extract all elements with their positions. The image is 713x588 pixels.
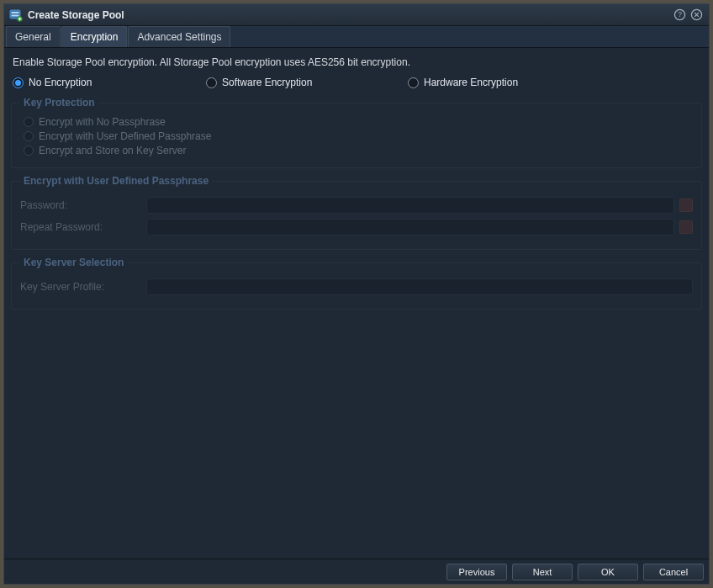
tab-encryption[interactable]: Encryption <box>61 26 128 47</box>
encryption-mode-radio-group: No Encryption Software Encryption Hardwa… <box>13 77 702 88</box>
svg-rect-1 <box>12 12 19 13</box>
radio-hardware-encryption[interactable]: Hardware Encryption <box>408 77 568 88</box>
password-row: Password: <box>20 197 693 214</box>
radio-icon <box>206 77 217 88</box>
radio-no-passphrase[interactable]: Encrypt with No Passphrase <box>24 116 693 128</box>
passphrase-group: Encrypt with User Defined Passphrase Pas… <box>11 175 702 250</box>
radio-no-encryption[interactable]: No Encryption <box>13 77 172 88</box>
key-protection-legend: Key Protection <box>20 97 98 109</box>
passphrase-legend: Encrypt with User Defined Passphrase <box>20 175 212 187</box>
radio-user-passphrase[interactable]: Encrypt with User Defined Passphrase <box>24 130 693 142</box>
dialog-body: Enable Storage Pool encryption. All Stor… <box>4 48 709 559</box>
close-icon[interactable] <box>689 8 704 23</box>
radio-label: Encrypt and Store on Key Server <box>39 145 186 156</box>
next-button[interactable]: Next <box>512 564 573 580</box>
key-server-group: Key Server Selection Key Server Profile: <box>11 257 702 310</box>
help-icon[interactable]: ? <box>672 8 687 23</box>
key-server-profile-label: Key Server Profile: <box>20 281 146 293</box>
cancel-button[interactable]: Cancel <box>643 564 704 580</box>
repeat-password-input[interactable] <box>146 219 674 236</box>
encryption-description: Enable Storage Pool encryption. All Stor… <box>13 56 700 68</box>
radio-key-server[interactable]: Encrypt and Store on Key Server <box>24 145 693 156</box>
radio-icon <box>13 77 24 88</box>
radio-label: Software Encryption <box>222 77 312 88</box>
previous-button[interactable]: Previous <box>446 564 507 580</box>
radio-label: Hardware Encryption <box>424 77 518 88</box>
radio-label: Encrypt with User Defined Passphrase <box>39 130 211 142</box>
dialog-footer: Previous Next OK Cancel <box>4 559 709 584</box>
radio-label: Encrypt with No Passphrase <box>39 116 166 128</box>
svg-rect-2 <box>12 14 19 16</box>
keyboard-icon[interactable] <box>679 199 693 212</box>
repeat-password-row: Repeat Password: <box>20 219 693 236</box>
tab-bar: General Encryption Advanced Settings <box>4 26 709 48</box>
key-server-legend: Key Server Selection <box>20 257 127 268</box>
tab-advanced-settings[interactable]: Advanced Settings <box>128 26 230 47</box>
keyboard-icon[interactable] <box>679 220 693 234</box>
key-server-profile-select[interactable] <box>146 278 693 295</box>
svg-text:?: ? <box>678 10 682 19</box>
radio-icon <box>24 146 34 156</box>
key-server-profile-row: Key Server Profile: <box>20 278 693 295</box>
dialog-title: Create Storage Pool <box>28 9 670 21</box>
storage-pool-icon <box>9 8 23 22</box>
tab-general[interactable]: General <box>6 26 61 47</box>
password-label: Password: <box>20 199 146 211</box>
password-input[interactable] <box>146 197 674 214</box>
title-bar: Create Storage Pool ? <box>4 4 709 26</box>
dialog-window: Create Storage Pool ? General Encryption… <box>3 3 710 585</box>
radio-software-encryption[interactable]: Software Encryption <box>206 77 374 88</box>
repeat-password-label: Repeat Password: <box>20 221 146 233</box>
radio-icon <box>24 131 34 141</box>
key-protection-group: Key Protection Encrypt with No Passphras… <box>11 97 702 168</box>
radio-icon <box>408 77 419 88</box>
radio-icon <box>24 117 34 127</box>
ok-button[interactable]: OK <box>578 564 638 580</box>
radio-label: No Encryption <box>29 77 92 88</box>
